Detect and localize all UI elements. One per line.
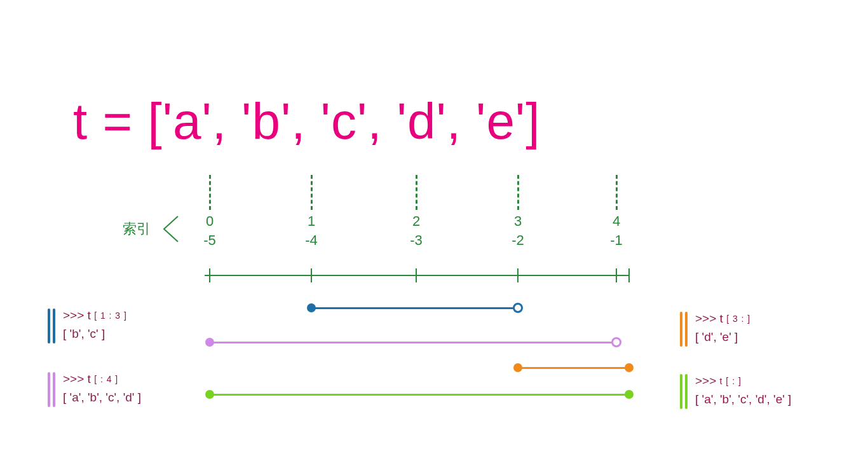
segment-end-dot	[625, 363, 634, 372]
index-negative: -1	[610, 232, 623, 249]
legend-expr-subscript: [ 1 : 3 ]	[94, 310, 127, 321]
legend-bar	[685, 374, 688, 409]
legend-result: [ 'a', 'b', 'c', 'd', 'e' ]	[695, 391, 791, 409]
segment-start-dot	[307, 303, 316, 312]
slice-segment	[210, 342, 616, 344]
number-line-tick	[416, 268, 417, 282]
index-label: 索引	[123, 219, 151, 239]
index-positive: 1	[308, 213, 315, 230]
index-dash	[311, 175, 313, 210]
legend-code: >>> t [ 3 : ][ 'd', 'e' ]	[695, 310, 750, 346]
segment-end-dot	[513, 303, 523, 313]
legend-bar	[48, 372, 50, 407]
legend-code: >>> t [ 1 : 3 ][ 'b', 'c' ]	[63, 307, 127, 343]
segment-start-dot	[205, 338, 214, 347]
index-negative: -4	[305, 232, 318, 249]
index-dash	[416, 175, 417, 210]
number-line-tick	[616, 268, 617, 282]
number-line-axis	[205, 275, 629, 276]
legend-bar	[680, 374, 682, 409]
legend-expr-subscript: [ 3 : ]	[726, 314, 750, 324]
legend-expr-prefix: >>> t	[695, 312, 726, 325]
segment-end-dot	[625, 390, 634, 399]
index-negative: -3	[410, 232, 423, 249]
slice-segment	[210, 394, 629, 396]
legend-expr-prefix: >>> t	[63, 309, 94, 322]
caret-icon	[159, 213, 184, 245]
segment-end-dot	[611, 337, 621, 347]
number-line-tick	[209, 268, 210, 282]
legend-result: [ 'a', 'b', 'c', 'd' ]	[63, 389, 141, 407]
index-positive: 0	[206, 213, 214, 230]
legend-bar	[48, 309, 50, 344]
segment-start-dot	[205, 390, 214, 399]
legend-result: [ 'd', 'e' ]	[695, 328, 750, 347]
index-dash	[209, 175, 211, 210]
legend-expr-subscript: [ : 4 ]	[94, 374, 118, 384]
legend-expr-subscript: t [ : ]	[720, 376, 742, 386]
index-dash	[517, 175, 519, 210]
index-positive: 3	[514, 213, 522, 230]
legend-expr-prefix: >>> t	[63, 372, 94, 385]
index-negative: -5	[203, 232, 216, 249]
legend-bar	[53, 372, 55, 407]
index-positive: 2	[412, 213, 420, 230]
index-dash	[616, 175, 618, 210]
legend-expr-prefix: >>>	[695, 374, 720, 387]
number-line-tick	[311, 268, 312, 282]
list-definition: t = ['a', 'b', 'c', 'd', 'e']	[73, 92, 540, 151]
legend-bar	[680, 312, 682, 347]
slice-segment	[311, 307, 518, 309]
number-line-tick	[628, 268, 630, 282]
slice-segment	[518, 367, 629, 369]
number-line-tick	[517, 268, 519, 282]
legend-bar	[53, 309, 55, 344]
index-positive: 4	[613, 213, 620, 230]
legend-bar	[685, 312, 688, 347]
legend-code: >>> t [ : ][ 'a', 'b', 'c', 'd', 'e' ]	[695, 372, 791, 408]
legend-result: [ 'b', 'c' ]	[63, 325, 127, 344]
index-negative: -2	[512, 232, 524, 249]
legend-code: >>> t [ : 4 ][ 'a', 'b', 'c', 'd' ]	[63, 370, 141, 406]
segment-start-dot	[513, 363, 522, 372]
